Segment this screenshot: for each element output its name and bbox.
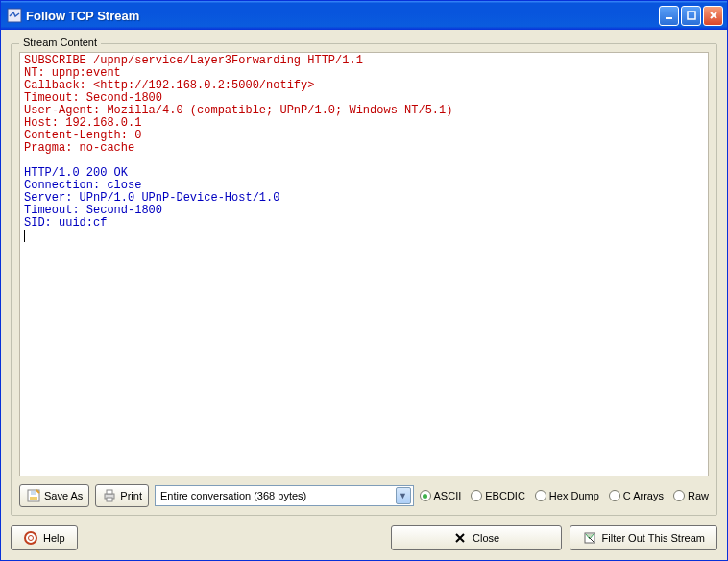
minimize-button[interactable] [659, 6, 679, 26]
request-text: SUBSCRIBE /upnp/service/Layer3Forwarding… [24, 54, 452, 155]
stream-content-group: Stream Content SUBSCRIBE /upnp/service/L… [11, 43, 717, 516]
help-label: Help [43, 532, 65, 544]
text-cursor [24, 230, 25, 242]
save-icon [26, 488, 41, 503]
radio-bullet-icon [673, 490, 685, 501]
radio-bullet-icon [535, 490, 546, 501]
close-label: Close [473, 532, 499, 544]
maximize-button[interactable] [681, 6, 701, 26]
chevron-down-icon: ▼ [396, 487, 411, 504]
svg-point-9 [29, 536, 34, 541]
filter-out-button[interactable]: Filter Out This Stream [570, 525, 717, 550]
print-button[interactable]: Print [95, 484, 149, 507]
svg-rect-7 [107, 498, 112, 501]
svg-rect-1 [666, 17, 672, 19]
filter-label: Filter Out This Stream [602, 532, 705, 544]
response-text: HTTP/1.0 200 OK Connection: close Server… [24, 166, 279, 230]
app-icon [7, 8, 22, 23]
radio-bullet-icon [420, 490, 431, 501]
save-as-label: Save As [44, 490, 83, 501]
svg-rect-2 [688, 12, 695, 19]
close-window-button[interactable] [703, 6, 723, 26]
radio-carrays[interactable]: C Arrays [609, 490, 664, 501]
radio-raw[interactable]: Raw [673, 490, 709, 501]
filter-icon [582, 530, 597, 546]
radio-ascii[interactable]: ASCII [420, 490, 462, 501]
titlebar: Follow TCP Stream [1, 1, 727, 30]
close-button[interactable]: Close [391, 525, 562, 550]
svg-rect-6 [107, 490, 112, 494]
group-label: Stream Content [19, 37, 101, 48]
help-button[interactable]: Help [11, 525, 78, 550]
dropdown-value: Entire conversation (368 bytes) [160, 490, 396, 501]
radio-bullet-icon [609, 490, 620, 501]
radio-bullet-icon [471, 490, 482, 501]
window-title: Follow TCP Stream [26, 9, 659, 23]
print-label: Print [120, 490, 142, 501]
radio-hexdump[interactable]: Hex Dump [535, 490, 599, 501]
save-as-button[interactable]: Save As [19, 484, 89, 507]
stream-text-area[interactable]: SUBSCRIBE /upnp/service/Layer3Forwarding… [19, 52, 709, 476]
conversation-dropdown[interactable]: Entire conversation (368 bytes) ▼ [155, 485, 414, 506]
radio-ebcdic[interactable]: EBCDIC [471, 490, 525, 501]
print-icon [102, 488, 117, 503]
close-icon [452, 530, 468, 546]
help-icon [23, 530, 38, 546]
svg-rect-4 [30, 497, 37, 500]
